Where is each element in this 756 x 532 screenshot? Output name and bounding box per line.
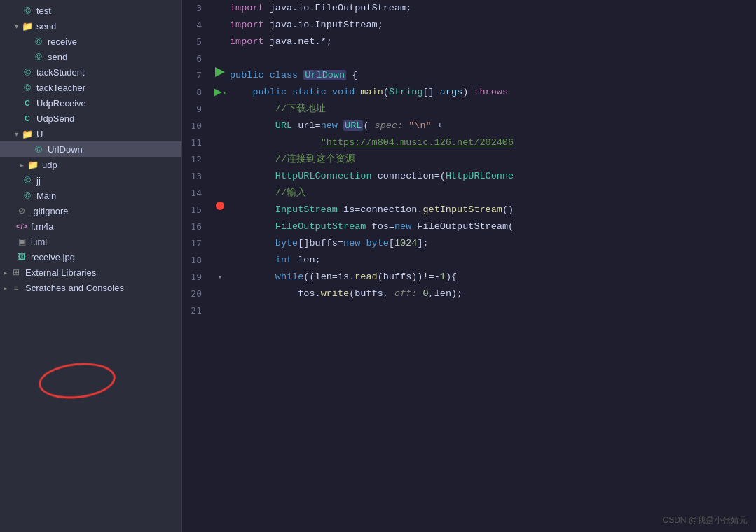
class-icon: ©	[32, 143, 45, 155]
sidebar-item-udpsend[interactable]: C UdpSend	[0, 111, 181, 126]
class-icon: ©	[21, 189, 34, 202]
sidebar-label: External Libraries	[25, 267, 96, 278]
sidebar-item-send-folder[interactable]: 📁 send	[0, 18, 181, 34]
code-line-19: 19 ▾ while((len=is.read(buffs))!=-1){	[182, 269, 756, 286]
line-number: 21	[182, 302, 210, 319]
code-line-17: 17 byte[]buffs=new byte[1024];	[182, 235, 756, 252]
code-line-14: 14 //输入	[182, 185, 756, 202]
code-content: import java.net.*;	[230, 34, 756, 50]
sidebar-item-u-folder[interactable]: 📁 U	[0, 126, 181, 141]
code-line-8: 8 ▾ public static void main(String[] arg…	[182, 84, 756, 101]
code-line-20: 20 fos.write(buffs, off: 0,len);	[182, 286, 756, 302]
code-content: InputStream is=connection.getInputStream…	[230, 202, 756, 218]
line-number: 18	[182, 252, 210, 269]
sidebar-label: Main	[36, 190, 56, 201]
sidebar-item-external-libraries[interactable]: ⊞ External Libraries	[0, 265, 181, 280]
sidebar-item-receive-jpg[interactable]: 🖼 receive.jpg	[0, 249, 181, 265]
line-number: 19	[182, 269, 210, 286]
xml-icon: </>	[15, 220, 28, 232]
line-number: 8	[182, 84, 210, 101]
line-number: 6	[182, 50, 210, 67]
code-content	[230, 302, 756, 319]
folder-icon: 📁	[21, 20, 34, 32]
code-line-13: 13 HttpURLConnection connection=(HttpURL…	[182, 168, 756, 185]
sidebar-label: .gitignore	[31, 206, 68, 216]
class-icon: ©	[32, 35, 45, 48]
sidebar-label: UdpReceive	[36, 98, 86, 108]
code-line-3: 3 import java.io.FileOutputStream;	[182, 0, 756, 17]
sidebar-item-send-class[interactable]: © send	[0, 49, 181, 64]
sidebar-label: test	[36, 6, 51, 16]
line-number: 4	[182, 17, 210, 34]
interface-icon: C	[21, 112, 34, 125]
class-icon: ©	[32, 50, 45, 63]
sidebar-label: jj	[36, 175, 41, 186]
code-line-5: 5 import java.net.*;	[182, 34, 756, 50]
sidebar-item-tackstudent[interactable]: © tackStudent	[0, 64, 181, 80]
sidebar-item-scratches[interactable]: ≡ Scratches and Consoles	[0, 280, 181, 295]
class-icon: ©	[21, 174, 34, 186]
project-sidebar: © test 📁 send © receive © send © tackStu…	[0, 0, 182, 532]
sidebar-item-tackteacher[interactable]: © tackTeacher	[0, 80, 181, 95]
sidebar-item-test[interactable]: © test	[0, 3, 181, 18]
sidebar-item-receive[interactable]: © receive	[0, 34, 181, 49]
run-button-small[interactable]	[214, 88, 222, 97]
code-content: HttpURLConnection connection=(HttpURLCon…	[230, 168, 756, 185]
code-editor: 3 import java.io.FileOutputStream; 4 imp…	[182, 0, 756, 532]
code-content: fos.write(buffs, off: 0,len);	[230, 286, 756, 302]
line-number: 9	[182, 101, 210, 118]
code-line-12: 12 //连接到这个资源	[182, 151, 756, 168]
line-number: 15	[182, 202, 210, 218]
run-gutter-breakpoint[interactable]	[210, 202, 230, 210]
scratches-icon: ≡	[10, 281, 22, 294]
code-content: //连接到这个资源	[230, 151, 756, 168]
sidebar-item-gitignore[interactable]: ⊘ .gitignore	[0, 203, 181, 218]
sidebar-item-f-m4a[interactable]: </> f.m4a	[0, 218, 181, 234]
sidebar-item-urldown[interactable]: © UrlDown	[0, 141, 181, 157]
line-number: 17	[182, 235, 210, 252]
run-button[interactable]	[215, 67, 225, 77]
line-number: 3	[182, 0, 210, 17]
sidebar-item-iml[interactable]: ▣ i.iml	[0, 234, 181, 249]
folder-icon: 📁	[27, 158, 39, 171]
sidebar-item-jj[interactable]: © jj	[0, 172, 181, 188]
code-content: while((len=is.read(buffs))!=-1){	[230, 269, 756, 286]
sidebar-label: UrlDown	[48, 144, 83, 155]
sidebar-item-main[interactable]: © Main	[0, 188, 181, 203]
sidebar-item-udp-folder[interactable]: 📁 udp	[0, 157, 181, 172]
run-gutter-8[interactable]: ▾	[210, 84, 230, 101]
sidebar-label: U	[36, 129, 43, 139]
interface-icon: C	[21, 97, 34, 109]
class-icon: ©	[21, 66, 34, 78]
breakpoint-dot[interactable]	[216, 202, 224, 210]
sidebar-label: tackStudent	[36, 67, 85, 78]
line-number: 10	[182, 118, 210, 134]
sidebar-label: udp	[42, 160, 57, 170]
sidebar-label: Scratches and Consoles	[25, 283, 124, 293]
image-icon: 🖼	[15, 251, 28, 263]
run-gutter-7[interactable]	[210, 67, 230, 77]
sidebar-label: send	[48, 52, 67, 62]
sidebar-label: i.iml	[31, 237, 47, 247]
code-area[interactable]: 3 import java.io.FileOutputStream; 4 imp…	[182, 0, 756, 532]
code-content: int len;	[230, 252, 756, 269]
code-content: byte[]buffs=new byte[1024];	[230, 235, 756, 252]
sidebar-item-udpreceive[interactable]: C UdpReceive	[0, 95, 181, 111]
watermark: CSDN @我是小张婧元	[662, 514, 748, 526]
sidebar-label: send	[36, 21, 56, 31]
dropdown-arrow[interactable]: ▾	[223, 84, 226, 101]
code-content	[230, 50, 756, 67]
code-line-7: 7 public class UrlDown {	[182, 67, 756, 84]
code-line-18: 18 int len;	[182, 252, 756, 269]
code-content: FileOutputStream fos=new FileOutputStrea…	[230, 218, 756, 235]
line-number: 12	[182, 151, 210, 168]
code-line-9: 9 //下载地址	[182, 101, 756, 118]
code-content: public static void main(String[] args) t…	[230, 84, 756, 101]
library-icon: ⊞	[10, 266, 22, 279]
file-icon: ▣	[15, 235, 28, 248]
sidebar-label: receive.jpg	[31, 252, 75, 262]
run-gutter-19[interactable]: ▾	[210, 269, 230, 286]
class-icon: ©	[21, 81, 34, 94]
code-line-6: 6	[182, 50, 756, 67]
class-icon: ©	[21, 4, 34, 17]
